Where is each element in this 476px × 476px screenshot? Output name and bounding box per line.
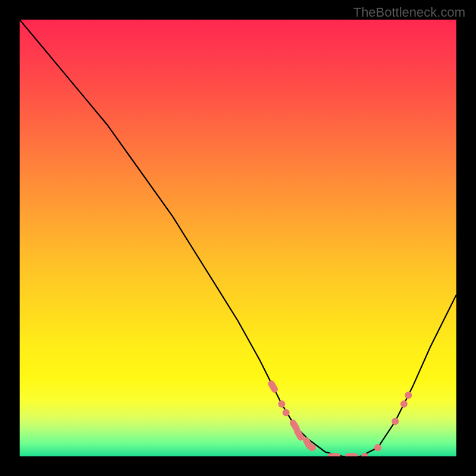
chart-container: TheBottleneck.com xyxy=(0,0,476,476)
marker-dot xyxy=(392,418,399,425)
marker-dot xyxy=(400,400,408,408)
marker-dash xyxy=(328,453,341,457)
marker-dot xyxy=(278,400,285,408)
marker-dash xyxy=(267,379,279,394)
curve-svg xyxy=(20,20,456,456)
curve-path xyxy=(20,20,456,456)
marker-dash xyxy=(345,453,358,457)
plot-area xyxy=(20,20,456,456)
watermark-label: TheBottleneck.com xyxy=(353,5,465,20)
marker-dot xyxy=(283,409,290,416)
markers-group xyxy=(267,379,412,456)
marker-dot xyxy=(374,444,381,451)
marker-dot xyxy=(309,444,316,451)
marker-dot xyxy=(405,392,412,399)
